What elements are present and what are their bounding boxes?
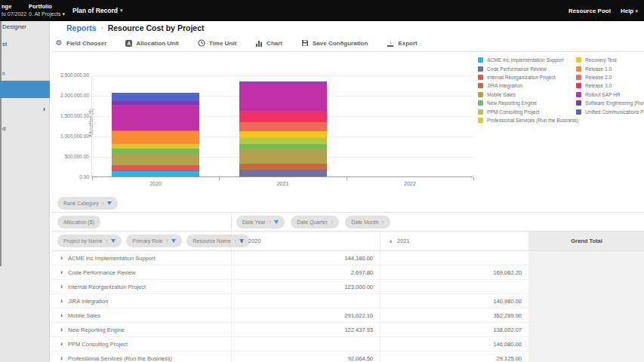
legend-swatch-icon — [478, 109, 483, 115]
expand-chevron-icon[interactable]: › — [60, 297, 63, 305]
export-button[interactable]: Export — [387, 39, 417, 47]
bar-segment[interactable] — [112, 170, 199, 176]
pill-date-quarter[interactable]: Date Quarter ↑ — [291, 216, 339, 229]
sidebar-item-n[interactable]: n — [2, 71, 5, 76]
filter-icon[interactable] — [171, 239, 176, 243]
bar-segment[interactable] — [239, 83, 327, 111]
legend-item[interactable]: Professional Services (Run the Business) — [478, 116, 576, 124]
pill-primary-role[interactable]: Primary Role ↑ — [126, 235, 182, 247]
legend-item[interactable]: Unified Communications Project — [576, 107, 644, 115]
bar-segment[interactable] — [112, 145, 199, 149]
bar-segment[interactable] — [112, 154, 199, 166]
bar-segment[interactable] — [239, 122, 327, 131]
legend-item[interactable]: Mobile Sales — [478, 90, 576, 99]
legend-item[interactable]: Release 1.0 — [576, 64, 644, 72]
sort-asc-icon[interactable]: ↑ — [381, 219, 384, 225]
filter-icon[interactable] — [274, 220, 279, 224]
allocation-unit-button[interactable]: A Allocation Unit — [125, 40, 178, 47]
bar-segment[interactable] — [239, 149, 327, 164]
value-2021-cell: 352,289.90 — [381, 308, 529, 322]
legend-label: Professional Services (Run the Business) — [487, 118, 578, 123]
legend-item[interactable]: Code Performance Review — [478, 64, 576, 72]
legend-item[interactable]: Release 2.0 — [576, 73, 644, 81]
pill-project-by-name[interactable]: Project by Name ↑ — [57, 235, 122, 247]
bar-segment[interactable] — [239, 164, 327, 170]
bar-segment[interactable] — [112, 105, 199, 130]
expand-chevron-icon[interactable]: › — [60, 254, 63, 262]
sidebar-item-expandable[interactable]: › — [0, 104, 50, 116]
bar-segment[interactable] — [239, 170, 327, 176]
bar-segment[interactable] — [112, 93, 199, 101]
sort-asc-icon[interactable]: ↑ — [166, 238, 169, 244]
resource-pool-link[interactable]: Resource Pool — [569, 8, 611, 14]
expand-chevron-icon[interactable]: › — [60, 283, 63, 290]
expand-chevron-icon[interactable]: › — [60, 354, 63, 362]
bar-segment[interactable] — [239, 138, 327, 144]
chevron-right-icon[interactable]: › — [241, 238, 243, 245]
project-name-label: Professional Services (Run the Business) — [68, 355, 172, 362]
field-chooser-button[interactable]: Field Chooser — [55, 39, 106, 47]
expand-chevron-icon[interactable]: › — [60, 340, 63, 348]
filter-icon[interactable] — [107, 201, 112, 205]
bar-segment[interactable] — [239, 81, 327, 83]
legend-item[interactable]: Release 3.0 — [576, 81, 644, 90]
pill-allocation[interactable]: Allocation ($) — [57, 216, 100, 229]
bar-segment[interactable] — [112, 101, 199, 105]
expand-chevron-icon[interactable]: › — [60, 326, 63, 333]
legend-item[interactable]: ACME Inc Implementation Support — [478, 56, 576, 64]
sort-asc-icon[interactable]: ↑ — [269, 219, 272, 225]
table-row[interactable]: ›Internal Reorganization Project123,000.… — [51, 280, 644, 294]
pill-date-year[interactable]: Date Year ↑ — [236, 216, 285, 229]
legend-item[interactable]: Recovery Test — [576, 56, 644, 64]
bar-segment[interactable] — [112, 131, 199, 143]
legend-item[interactable]: New Reporting Engine — [478, 99, 576, 107]
expand-chevron-icon[interactable]: › — [60, 311, 63, 319]
sort-asc-icon[interactable]: ↑ — [331, 219, 334, 225]
bar-segment[interactable] — [112, 130, 199, 132]
legend-item[interactable]: Internal Reorganization Project — [478, 73, 576, 81]
table-row[interactable]: ›JIRA Integration140,980.00 — [51, 294, 644, 308]
breadcrumb-separator: › — [101, 24, 103, 32]
sidebar-item-d[interactable]: d — [2, 125, 5, 132]
bar-segment[interactable] — [112, 149, 199, 154]
column-header-2020[interactable]: › 2020 — [232, 232, 381, 250]
table-row[interactable]: ›ACME Inc Implementation Support144,180.… — [51, 251, 644, 265]
time-unit-button[interactable]: Time Unit — [198, 39, 236, 47]
sort-asc-icon[interactable]: ↑ — [102, 201, 105, 206]
grand-total-cell — [529, 337, 644, 351]
sort-asc-icon[interactable]: ↑ — [106, 238, 109, 244]
table-row[interactable]: ›Mobile Sales291,022.10352,289.90 — [51, 308, 644, 323]
table-row[interactable]: ›Professional Services (Run the Business… — [51, 351, 644, 362]
bar-segment[interactable] — [112, 165, 199, 170]
pill-rank-category[interactable]: Rank Category ↑ — [57, 197, 118, 210]
date-range-label: nge — [2, 3, 26, 11]
date-range-selector[interactable]: nge to 07/2022 — [2, 3, 26, 18]
expand-chevron-icon[interactable]: › — [60, 268, 63, 276]
legend-item[interactable]: JIRA Integration — [478, 81, 576, 90]
legend-item[interactable]: Rollout SAP HR — [576, 90, 644, 99]
page-title: Resource Cost by Project — [108, 23, 205, 32]
help-menu[interactable]: Help ▾ — [621, 8, 638, 14]
breadcrumb-reports-link[interactable]: Reports — [66, 23, 97, 32]
bar-segment[interactable] — [239, 144, 327, 149]
pill-date-month[interactable]: Date Month ↑ — [345, 216, 390, 229]
column-header-2021[interactable]: › 2021 — [381, 232, 529, 250]
table-row[interactable]: ›Code Performance Review2,697.80169,062.… — [51, 265, 644, 280]
table-row[interactable]: ›New Reporting Engine122,437.93138,002.0… — [51, 323, 644, 337]
legend-item[interactable]: Software Engineering (Run the Business) — [576, 99, 644, 107]
save-configuration-button[interactable]: Save Configuration — [301, 39, 368, 47]
chart-toggle-button[interactable]: Chart — [255, 40, 282, 47]
plan-of-record-menu[interactable]: Plan of Record ▾ — [72, 0, 123, 21]
bar-segment[interactable] — [239, 137, 327, 138]
sidebar-item-selected[interactable] — [0, 81, 50, 98]
bar-segment[interactable] — [239, 111, 327, 122]
portfolio-selector[interactable]: Portfolio 0. All Projects ▾ — [29, 3, 65, 18]
sidebar-item-designer[interactable]: Designer — [2, 23, 26, 30]
filter-icon[interactable] — [111, 239, 116, 243]
chevron-right-icon[interactable]: › — [390, 238, 392, 245]
table-row[interactable]: ›PPM Consulting Project146,080.00 — [51, 337, 644, 351]
sidebar-item-st[interactable]: st — [2, 41, 7, 48]
bar-segment[interactable] — [112, 144, 199, 146]
legend-item[interactable]: PPM Consulting Project — [478, 107, 576, 115]
bar-segment[interactable] — [239, 131, 327, 137]
